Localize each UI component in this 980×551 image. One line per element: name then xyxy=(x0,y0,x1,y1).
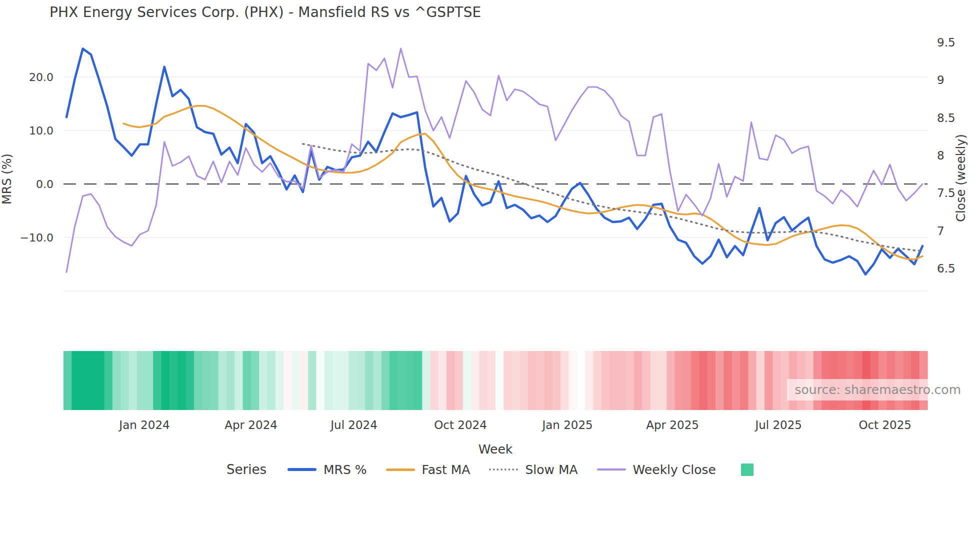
heatmap-bar xyxy=(544,351,553,410)
heatmap-bar xyxy=(594,351,602,410)
heatmap-bar xyxy=(732,351,740,410)
legend-label-fast-ma: Fast MA xyxy=(422,462,470,477)
heatmap-bar xyxy=(382,351,390,410)
heatmap-bar xyxy=(666,351,675,410)
right-axis-tick-label: 8 xyxy=(937,149,944,162)
heatmap-bar xyxy=(740,351,748,410)
heatmap-swatch xyxy=(741,464,754,476)
right-axis-tick-label: 9 xyxy=(937,74,944,86)
heatmap-bar xyxy=(72,351,80,410)
series-weekly-close xyxy=(66,48,922,272)
series-slow-ma xyxy=(303,144,922,251)
heatmap-bar xyxy=(691,351,700,410)
heatmap-bar xyxy=(112,351,121,410)
heatmap-bar xyxy=(332,351,341,410)
heatmap-bar xyxy=(324,351,333,410)
legend-item-fast-ma: Fast MA xyxy=(386,462,470,477)
heatmap-bar xyxy=(683,351,692,410)
heatmap-bar xyxy=(284,351,292,410)
x-axis-tick-label: Jan 2024 xyxy=(118,418,170,432)
heatmap-bar xyxy=(642,351,650,410)
heatmap-bar xyxy=(585,351,594,410)
heatmap-bar xyxy=(96,351,104,410)
heatmap-bar xyxy=(128,351,137,410)
series-line-mrs- xyxy=(66,48,922,274)
heatmap-bar xyxy=(577,351,586,410)
series-line-slow-ma xyxy=(303,144,922,251)
slow-ma-line-swatch xyxy=(489,468,518,470)
x-axis-tick-label: Apr 2024 xyxy=(224,418,278,432)
heatmap-bar xyxy=(186,351,194,410)
heatmap-bar xyxy=(675,351,684,410)
heatmap-bar xyxy=(414,351,422,410)
heatmap-bar xyxy=(748,351,756,410)
x-axis-ticks: Jan 2024Apr 2024Jul 2024Oct 2024Jan 2025… xyxy=(118,418,912,432)
heatmap-bar xyxy=(724,351,732,410)
heatmap-bar xyxy=(560,351,569,410)
heatmap-bar xyxy=(300,351,308,410)
legend-label-mrs: MRS % xyxy=(324,462,367,477)
heatmap-bar xyxy=(178,351,186,410)
heatmap-bar xyxy=(626,351,634,410)
heatmap-bar xyxy=(716,351,724,410)
legend-item-weekly-close: Weekly Close xyxy=(597,462,716,477)
heatmap-bar xyxy=(308,351,316,410)
heatmap-bar xyxy=(756,351,765,410)
heatmap-bar xyxy=(406,351,414,410)
right-axis-tick-label: 9.5 xyxy=(937,36,956,49)
heatmap-bar xyxy=(772,351,781,410)
heatmap-bar xyxy=(194,351,202,410)
x-axis-tick-label: Jul 2024 xyxy=(330,418,378,432)
heatmap-bar xyxy=(340,351,349,410)
heatmap-bar xyxy=(390,351,398,410)
heatmap-bar xyxy=(496,351,504,410)
legend: Series MRS % Fast MA Slow MA Weekly Clos… xyxy=(0,462,980,477)
left-axis-ticks: 20.010.00.0−10.0 xyxy=(20,71,54,244)
heatmap-bar xyxy=(357,351,366,410)
x-axis-tick-label: Oct 2024 xyxy=(434,418,487,432)
heatmap-bar xyxy=(276,351,284,410)
heatmap-bar xyxy=(145,351,154,410)
heatmap-bar xyxy=(430,351,439,410)
heatmap-bar xyxy=(80,351,88,410)
heatmap-bar xyxy=(602,351,610,410)
source-note: source: sharemaestro.com xyxy=(787,379,970,400)
heatmap-bar xyxy=(438,351,447,410)
heatmap-bar xyxy=(488,351,496,410)
series-mrs- xyxy=(66,48,922,274)
heatmap-bar xyxy=(610,351,618,410)
mrs-line-swatch xyxy=(288,468,316,471)
legend-label-slow-ma: Slow MA xyxy=(525,462,578,477)
heatmap-bar xyxy=(226,351,235,410)
heatmap-bar xyxy=(251,351,260,410)
heatmap-bar xyxy=(512,351,520,410)
chart-page: 20.010.00.0−10.09.598.587.576.5Jan 2024A… xyxy=(0,0,980,551)
legend-item-slow-ma: Slow MA xyxy=(489,462,578,477)
right-axis-tick-label: 7 xyxy=(937,224,944,238)
heatmap-bar xyxy=(708,351,716,410)
heatmap-bar xyxy=(520,351,528,410)
weekly-close-line-swatch xyxy=(597,468,626,470)
heatmap-bar xyxy=(658,351,667,410)
heatmap-bar xyxy=(120,351,129,410)
heatmap-bar xyxy=(463,351,472,410)
legend-label-weekly-close: Weekly Close xyxy=(633,462,716,477)
heatmap-bar xyxy=(349,351,358,410)
heatmap-bar xyxy=(422,351,430,410)
x-axis-tick-label: Jul 2025 xyxy=(754,418,802,432)
heatmap-bar xyxy=(618,351,626,410)
heatmap-bar xyxy=(528,351,536,410)
heatmap-bar xyxy=(218,351,227,410)
x-axis-tick-label: Apr 2025 xyxy=(646,418,699,432)
heatmap-bar xyxy=(243,351,252,410)
heatmap-bar xyxy=(365,351,374,410)
heatmap-bar xyxy=(650,351,659,410)
series-line-weekly-close xyxy=(66,48,922,272)
heatmap-bar xyxy=(268,351,276,410)
heatmap-bar xyxy=(455,351,464,410)
heatmap-bar xyxy=(202,351,210,410)
heatmap-bar xyxy=(634,351,642,410)
legend-item-mrs: MRS % xyxy=(288,462,367,477)
heatmap-bar xyxy=(536,351,545,410)
left-axis-tick-label: 0.0 xyxy=(36,178,54,190)
